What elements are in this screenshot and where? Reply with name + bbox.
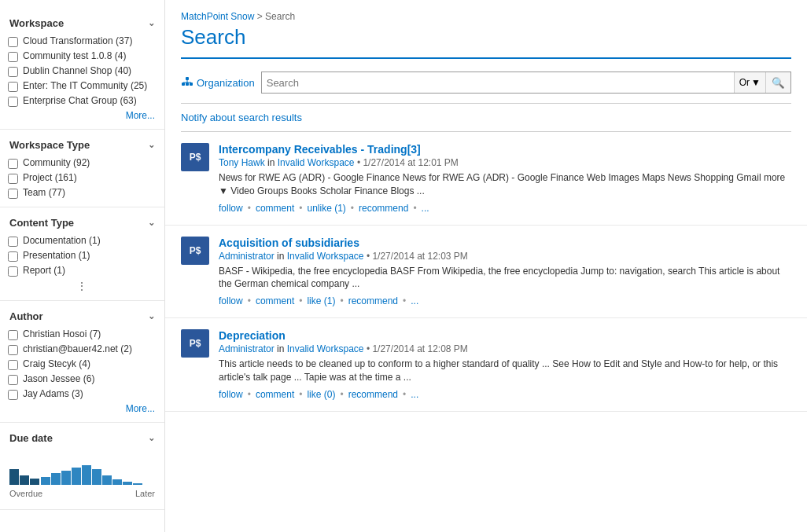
breadcrumb-current: Search bbox=[265, 11, 295, 22]
author-checkbox-0[interactable] bbox=[8, 330, 18, 340]
workspace-item-label-1: Community test 1.0.8 (4) bbox=[23, 50, 126, 61]
result-in-label-0: in bbox=[267, 157, 278, 168]
result-workspace-1[interactable]: Invalid Workspace bbox=[287, 251, 364, 262]
workspace-type-filter-header[interactable]: Workspace Type ⌄ bbox=[0, 136, 164, 156]
workspace-item-checkbox-1[interactable] bbox=[8, 52, 18, 62]
workspace-type-checkbox-2[interactable] bbox=[8, 189, 18, 199]
result-snippet-2: This article needs to be cleaned up to c… bbox=[219, 358, 791, 384]
workspace-type-checkbox-1[interactable] bbox=[8, 174, 18, 184]
search-or-button[interactable]: Or ▼ bbox=[734, 72, 765, 93]
search-input[interactable] bbox=[262, 72, 734, 93]
search-magnifier-icon: 🔍 bbox=[772, 77, 785, 89]
result-item-2: P$ Depreciation Administrator in Invalid… bbox=[165, 318, 807, 412]
result-icon-0: P$ bbox=[181, 143, 209, 171]
author-checkbox-2[interactable] bbox=[8, 360, 18, 370]
result-author-1[interactable]: Administrator bbox=[219, 251, 275, 262]
result-item-0: P$ Intercompany Receivables - Trading[3]… bbox=[165, 132, 807, 226]
top-divider bbox=[181, 57, 791, 59]
or-label: Or bbox=[739, 77, 750, 88]
result-title-0[interactable]: Intercompany Receivables - Trading[3] bbox=[219, 143, 791, 156]
due-date-filter-header[interactable]: Due date ⌄ bbox=[0, 429, 164, 449]
author-more-link[interactable]: More... bbox=[0, 402, 164, 416]
result-action-unlike-0[interactable]: unlike (1) bbox=[307, 203, 345, 214]
result-workspace-2[interactable]: Invalid Workspace bbox=[287, 343, 364, 354]
result-action-follow-1[interactable]: follow bbox=[219, 295, 243, 306]
list-item: Enter: The IT Community (25) bbox=[0, 79, 164, 94]
result-timestamp-val-0: 1/27/2014 at 12:01 PM bbox=[363, 157, 458, 168]
result-author-0[interactable]: Tony Hawk bbox=[219, 157, 265, 168]
workspace-filter-items: Cloud Transformation (37) Community test… bbox=[0, 34, 164, 123]
result-action-comment-1[interactable]: comment bbox=[256, 295, 294, 306]
author-label-4: Jay Adams (3) bbox=[23, 388, 83, 399]
result-actions-1: follow • comment • like (1) • recommend … bbox=[219, 295, 791, 306]
author-label-1: christian@bauer42.net (2) bbox=[23, 343, 132, 354]
result-action-more-1[interactable]: ... bbox=[411, 295, 418, 306]
result-action-recommend-0[interactable]: recommend bbox=[359, 203, 408, 214]
workspace-type-label-1: Project (161) bbox=[23, 172, 77, 183]
result-action-recommend-1[interactable]: recommend bbox=[348, 295, 398, 306]
result-action-follow-0[interactable]: follow bbox=[219, 203, 243, 214]
workspace-type-filter-items: Community (92) Project (161) Team (77) bbox=[0, 156, 164, 200]
result-author-2[interactable]: Administrator bbox=[219, 343, 275, 354]
author-filter-header[interactable]: Author ⌄ bbox=[0, 307, 164, 327]
result-action-comment-2[interactable]: comment bbox=[256, 389, 294, 400]
result-action-recommend-2[interactable]: recommend bbox=[348, 389, 398, 400]
svg-rect-1 bbox=[20, 475, 29, 485]
author-checkbox-4[interactable] bbox=[8, 390, 18, 400]
due-date-chevron-icon: ⌄ bbox=[148, 433, 155, 443]
result-in-label-2: in bbox=[277, 343, 287, 354]
result-item-1: P$ Acquisition of subsidiaries Administr… bbox=[165, 226, 807, 319]
breadcrumb: MatchPoint Snow > Search bbox=[165, 0, 807, 22]
result-action-more-0[interactable]: ... bbox=[422, 203, 429, 214]
content-type-label-0: Documentation (1) bbox=[23, 235, 101, 246]
workspace-type-checkbox-0[interactable] bbox=[8, 159, 18, 169]
author-checkbox-1[interactable] bbox=[8, 345, 18, 355]
result-workspace-0[interactable]: Invalid Workspace bbox=[278, 157, 355, 168]
workspace-item-label-4: Enterprise Chat Group (63) bbox=[23, 95, 137, 106]
search-input-wrap: Or ▼ 🔍 bbox=[261, 72, 791, 94]
breadcrumb-home[interactable]: MatchPoint Snow bbox=[181, 11, 254, 22]
bottom-divider bbox=[181, 103, 791, 104]
sidebar: Workspace ⌄ Cloud Transformation (37) Co… bbox=[0, 0, 165, 532]
result-action-follow-2[interactable]: follow bbox=[219, 389, 243, 400]
content-type-filter-section: Content Type ⌄ Documentation (1) Present… bbox=[0, 207, 164, 301]
result-action-like-1[interactable]: like (1) bbox=[307, 295, 335, 306]
workspace-filter-header[interactable]: Workspace ⌄ bbox=[0, 14, 164, 34]
result-body-0: Intercompany Receivables - Trading[3] To… bbox=[219, 143, 791, 214]
result-action-like-2[interactable]: like (0) bbox=[307, 389, 335, 400]
svg-rect-14 bbox=[182, 83, 185, 86]
list-item: christian@bauer42.net (2) bbox=[0, 342, 164, 357]
search-go-button[interactable]: 🔍 bbox=[765, 72, 790, 93]
author-checkbox-3[interactable] bbox=[8, 375, 18, 385]
more-options-dots[interactable]: ⋮ bbox=[0, 278, 164, 294]
workspace-item-checkbox-3[interactable] bbox=[8, 82, 18, 92]
workspace-more-link[interactable]: More... bbox=[0, 108, 164, 123]
content-type-label-1: Presentation (1) bbox=[23, 250, 90, 261]
content-type-filter-header[interactable]: Content Type ⌄ bbox=[0, 214, 164, 233]
svg-rect-12 bbox=[133, 483, 142, 485]
result-action-comment-0[interactable]: comment bbox=[256, 203, 294, 214]
author-chevron-icon: ⌄ bbox=[148, 311, 155, 321]
workspace-item-checkbox-2[interactable] bbox=[8, 67, 18, 77]
content-type-checkbox-2[interactable] bbox=[8, 266, 18, 277]
notify-link[interactable]: Notify about search results bbox=[165, 112, 807, 131]
svg-rect-10 bbox=[112, 479, 122, 485]
workspace-item-checkbox-0[interactable] bbox=[8, 37, 18, 47]
result-title-2[interactable]: Depreciation bbox=[219, 329, 791, 342]
content-type-checkbox-1[interactable] bbox=[8, 251, 18, 262]
author-label-3: Jason Jessee (6) bbox=[23, 373, 94, 384]
workspace-item-label-0: Cloud Transformation (37) bbox=[23, 35, 132, 46]
result-title-1[interactable]: Acquisition of subsidiaries bbox=[219, 237, 791, 249]
content-type-chevron-icon: ⌄ bbox=[148, 218, 155, 228]
list-item: Presentation (1) bbox=[0, 248, 164, 263]
svg-rect-0 bbox=[9, 469, 19, 485]
workspace-type-chevron-icon: ⌄ bbox=[148, 140, 155, 150]
due-date-overdue-label: Overdue bbox=[9, 489, 42, 498]
svg-rect-9 bbox=[102, 475, 112, 485]
workspace-item-checkbox-4[interactable] bbox=[8, 97, 18, 107]
content-type-checkbox-0[interactable] bbox=[8, 237, 18, 247]
list-item: Documentation (1) bbox=[0, 233, 164, 248]
due-date-chart-container: Overdue Later bbox=[0, 449, 164, 503]
result-action-more-2[interactable]: ... bbox=[411, 389, 418, 400]
list-item: Report (1) bbox=[0, 263, 164, 278]
